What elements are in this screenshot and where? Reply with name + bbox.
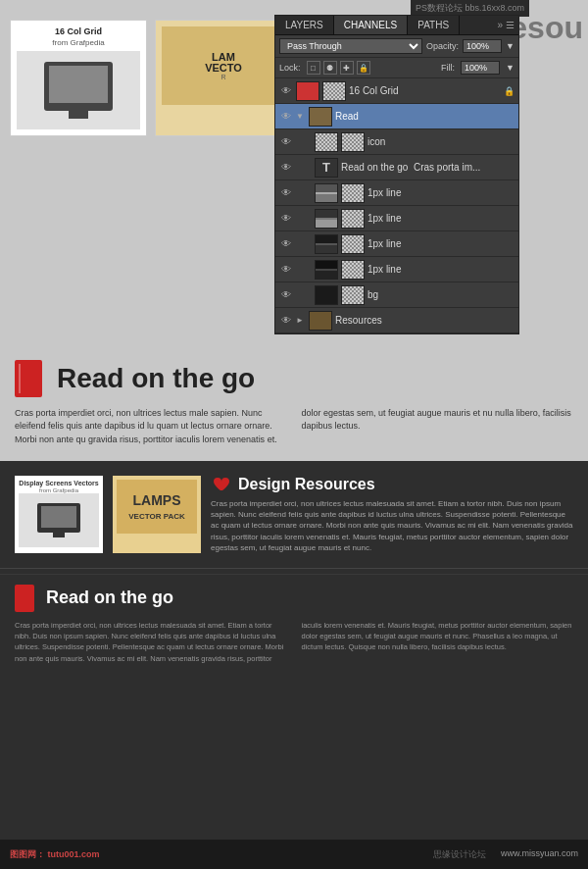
thumb-16-col-mask xyxy=(322,81,346,101)
lock-label: Lock: xyxy=(279,63,301,73)
display-screens-subtitle: from Grafpedia xyxy=(17,38,140,47)
design-resources-row: Display Screens Vectors from Grafpedia L… xyxy=(0,461,588,563)
layer-name-line3: 1px line xyxy=(368,238,514,249)
eye-icon-line1[interactable]: 👁 xyxy=(279,186,293,200)
layer-name-line4: 1px line xyxy=(368,264,514,275)
design-resources-text-area: Design Resources Cras porta imperdiet or… xyxy=(211,476,573,553)
preview-cards-area: 16 Col Grid from Grafpedia LAM VECTO R xyxy=(0,10,302,146)
footer-right: 思缘设计论坛 www.missyuan.com xyxy=(433,848,578,861)
tab-layers[interactable]: LAYERS xyxy=(275,16,334,34)
thumb-line4-mask xyxy=(341,260,365,280)
layer-read-folder[interactable]: 👁 ▼ Read xyxy=(275,104,518,129)
small-display-image xyxy=(19,493,99,547)
small-lamps-sub: VECTOR PACK xyxy=(128,512,185,521)
layer-resources-folder[interactable]: 👁 ► Resources xyxy=(275,308,518,333)
footer-left: 图图网： tutu001.com xyxy=(10,848,100,861)
eye-icon-icon[interactable]: 👁 xyxy=(279,135,293,149)
opacity-arrow: ▼ xyxy=(506,41,514,51)
folder-arrow-read[interactable]: ▼ xyxy=(296,112,306,121)
eye-icon-line4[interactable]: 👁 xyxy=(279,263,293,277)
folder-arrow-resources[interactable]: ► xyxy=(296,316,306,325)
small-lamps-image: LAMPSVECTOR PACK xyxy=(117,480,197,534)
bottom-section: Display Screens Vectors from Grafpedia L… xyxy=(0,461,588,869)
thumb-16-col xyxy=(296,81,319,101)
design-resources-body: Cras porta imperdiet orci, non ultrices … xyxy=(211,498,573,553)
layer-16-col-grid[interactable]: 👁 16 Col Grid 🔒 xyxy=(275,78,518,104)
layer-name-16-col: 16 Col Grid xyxy=(349,85,500,96)
thumb-line1 xyxy=(315,183,338,203)
eye-icon-read[interactable]: 👁 xyxy=(279,110,293,124)
bottom-read-title: Read on the go xyxy=(46,588,173,608)
fill-label: Fill: xyxy=(441,63,455,73)
layer-name-resources: Resources xyxy=(335,315,514,326)
tab-channels[interactable]: CHANNELS xyxy=(334,16,408,34)
display-screens-title: 16 Col Grid xyxy=(17,26,140,36)
small-display-title: Display Screens Vectors xyxy=(19,480,99,487)
thumb-resources-folder xyxy=(309,311,332,331)
footer-label: 图图网： xyxy=(10,849,45,859)
mini-stand xyxy=(53,533,65,537)
ps-panel-tabs: LAYERS CHANNELS PATHS » ☰ xyxy=(275,16,518,35)
lamps-image: LAM VECTO R xyxy=(162,26,285,105)
read-header: Read on the go xyxy=(15,360,573,397)
layer-1px-line-1[interactable]: 👁 1px line xyxy=(275,180,518,206)
layer-1px-line-2[interactable]: 👁 1px line xyxy=(275,206,518,231)
footer-url: tutu001.com xyxy=(48,849,100,859)
tab-paths[interactable]: PATHS xyxy=(408,16,460,34)
eye-icon-bg[interactable]: 👁 xyxy=(279,288,293,302)
layer-name-read: Read xyxy=(335,111,514,122)
top-canvas-area: PS数程论坛 bbs.16xx8.com 16 Col Grid from Gr… xyxy=(0,0,588,461)
lock-all-icon[interactable]: 🔒 xyxy=(357,61,370,75)
opacity-input[interactable] xyxy=(463,39,502,53)
footer: 图图网： tutu001.com 思缘设计论坛 www.missyuan.com xyxy=(0,840,588,869)
thumb-bg-mask xyxy=(341,285,365,305)
lock-pixels-icon[interactable]: ⚉ xyxy=(323,61,337,75)
heart-icon xyxy=(211,476,230,493)
layer-name-icon: icon xyxy=(368,136,514,147)
small-lamps-text: LAMPSVECTOR PACK xyxy=(128,493,185,521)
lamps-card: LAM VECTO R xyxy=(155,20,292,136)
panel-extend-icon[interactable]: » xyxy=(497,20,503,30)
read-section: Read on the go Cras porta imperdiet orci… xyxy=(0,340,588,462)
eye-icon-line2[interactable]: 👁 xyxy=(279,212,293,226)
ps-tab-icons: » ☰ xyxy=(493,16,518,34)
lock-icons: □ ⚉ ✚ 🔒 xyxy=(307,61,370,75)
panel-menu-icon[interactable]: ☰ xyxy=(506,20,514,30)
lamps-title2: VECTO xyxy=(205,63,242,74)
small-monitor xyxy=(37,503,80,537)
layer-1px-line-3[interactable]: 👁 1px line xyxy=(275,231,518,257)
footer-logo-2: www.missyuan.com xyxy=(501,848,578,861)
layer-bg[interactable]: 👁 bg xyxy=(275,282,518,308)
eye-icon-read-text[interactable]: 👁 xyxy=(279,161,293,175)
eye-icon-resources[interactable]: 👁 xyxy=(279,314,293,328)
thumb-line2 xyxy=(315,209,338,229)
heart-path xyxy=(214,478,229,490)
footer-logo-1: 思缘设计论坛 xyxy=(433,848,486,861)
layer-icon[interactable]: 👁 icon xyxy=(275,129,518,155)
read-body: Cras porta imperdiet orci, non ultrices … xyxy=(15,407,573,447)
small-lamps-card: LAMPSVECTOR PACK xyxy=(113,476,201,553)
ps-lock-row: Lock: □ ⚉ ✚ 🔒 Fill: ▼ xyxy=(275,58,518,78)
layer-name-bg: bg xyxy=(368,289,514,300)
lock-transparent-icon[interactable]: □ xyxy=(307,61,320,75)
layer-name-read-text: Read on the go Cras porta im... xyxy=(341,162,514,173)
read-title: Read on the go xyxy=(57,363,255,394)
thumb-bg xyxy=(315,285,338,305)
thumb-read-text: T xyxy=(315,158,338,178)
monitor-screen xyxy=(49,66,108,103)
thumb-line4 xyxy=(315,260,338,280)
layer-name-line2: 1px line xyxy=(368,213,514,224)
layer-1px-line-4[interactable]: 👁 1px line xyxy=(275,257,518,282)
mini-monitor-screen xyxy=(41,506,76,528)
blend-mode-select[interactable]: Pass Through Normal Multiply xyxy=(279,38,422,54)
bottom-read-section: Read on the go Cras porta imperdiet orci… xyxy=(0,574,588,674)
eye-icon-16-col[interactable]: 👁 xyxy=(279,84,293,98)
lock-position-icon[interactable]: ✚ xyxy=(340,61,354,75)
layer-name-line1: 1px line xyxy=(368,187,514,198)
thumb-line2-mask xyxy=(341,209,365,229)
ps-layers-panel: LAYERS CHANNELS PATHS » ☰ Pass Through N… xyxy=(274,15,519,334)
layer-read-text[interactable]: 👁 T Read on the go Cras porta im... xyxy=(275,155,518,180)
eye-icon-line3[interactable]: 👁 xyxy=(279,237,293,251)
fill-input[interactable] xyxy=(461,61,500,75)
separator-line xyxy=(0,568,588,569)
